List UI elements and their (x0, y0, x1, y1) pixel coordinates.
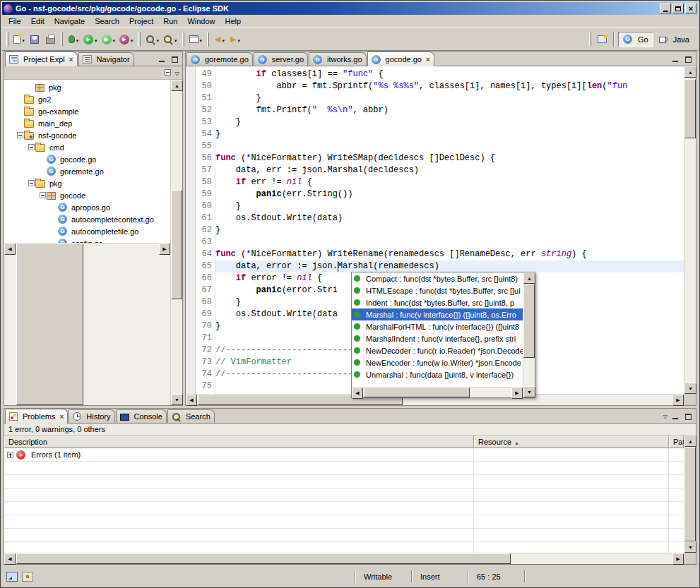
scrollbar-track[interactable] (684, 447, 696, 541)
editor-tab-itworks-go[interactable]: itworks.go (309, 52, 367, 66)
menu-run[interactable]: Run (158, 16, 182, 27)
editor-tab-gocode-go[interactable]: gocode.go (367, 52, 434, 66)
collapse-all-button[interactable] (165, 68, 171, 77)
tree-item-main-dep[interactable]: main_dep (4, 117, 170, 129)
code-line[interactable]: func (*NiceFormatter) WriteSMap(decldesc… (215, 152, 684, 164)
completion-item-newdecoder[interactable]: NewDecoder : func(r io.Reader) *json.Dec… (352, 344, 523, 356)
code-line[interactable]: if classes[i] == "func" { (215, 68, 684, 80)
scrollbar-track[interactable] (171, 91, 182, 394)
collapse-icon[interactable] (28, 144, 35, 150)
minimize-button[interactable] (660, 4, 671, 13)
annotation-ruler[interactable] (186, 66, 196, 394)
tree-item-apropos-go[interactable]: apropos.go (4, 201, 170, 213)
menu-edit[interactable]: Edit (26, 16, 49, 27)
completion-item-marshal[interactable]: Marshal : func(v interface{}) ([]uint8, … (352, 308, 523, 320)
minimize-view-button[interactable] (157, 54, 167, 63)
tree-item-pkg[interactable]: pkg (4, 81, 170, 93)
tree-item-cmd[interactable]: cmd (4, 141, 170, 153)
forward-button[interactable] (227, 31, 243, 48)
close-button[interactable] (685, 4, 696, 13)
view-tab-project-expl[interactable]: Project Expl (5, 52, 78, 66)
editor-tab-server-go[interactable]: server.go (254, 52, 308, 66)
view-tab-problems[interactable]: Problems (5, 409, 68, 424)
popup-horizontal-scrollbar[interactable] (352, 387, 523, 397)
popup-vertical-scrollbar[interactable] (523, 272, 535, 397)
view-menu-button[interactable] (175, 68, 179, 77)
scrollbar-track[interactable] (363, 388, 511, 397)
scrollbar-thumb[interactable] (16, 244, 83, 405)
view-tab-history[interactable]: History (69, 409, 114, 423)
scroll-up-button[interactable] (171, 80, 183, 91)
close-tab-icon[interactable] (59, 412, 64, 421)
save-button[interactable] (27, 31, 42, 48)
scrollbar-track[interactable] (16, 244, 159, 405)
scroll-left-button[interactable] (352, 388, 363, 399)
tree-vertical-scrollbar[interactable] (170, 80, 182, 405)
tree-item-nsf-gocode[interactable]: nsf-gocode (4, 129, 170, 141)
menu-file[interactable]: File (4, 16, 26, 27)
completion-item-htmlescape[interactable]: HTMLEscape : func(dst *bytes.Buffer, src… (352, 284, 523, 296)
back-button[interactable] (212, 31, 227, 48)
minimize-view-button[interactable] (670, 54, 680, 63)
tree-item-autocompletecontext-go[interactable]: autocompletecontext.go (4, 213, 170, 225)
tree-horizontal-scrollbar[interactable] (4, 243, 170, 405)
perspective-shortcut-icon[interactable] (22, 572, 33, 582)
editor-vertical-scrollbar[interactable] (684, 66, 696, 394)
completion-item-newencoder[interactable]: NewEncoder : func(w io.Writer) *json.Enc… (352, 356, 523, 368)
open-type-button[interactable] (143, 31, 162, 48)
completion-item-unmarshal[interactable]: Unmarshal : func(data []uint8, v interfa… (352, 368, 523, 380)
scroll-down-button[interactable] (684, 541, 696, 553)
code-line[interactable]: func (*NiceFormatter) WriteRename(rename… (215, 248, 684, 260)
print-button[interactable] (42, 31, 58, 48)
tree-item-gocode[interactable]: gocode (4, 189, 170, 201)
view-tab-search[interactable]: Search (167, 409, 215, 423)
run-last-button[interactable] (100, 31, 118, 48)
new-button[interactable] (11, 31, 27, 48)
maximize-button[interactable] (672, 4, 684, 13)
code-line[interactable] (215, 140, 684, 152)
code-line[interactable]: panic(err.String()) (215, 188, 684, 200)
search-button[interactable] (161, 31, 179, 48)
maximize-view-button[interactable] (683, 412, 693, 420)
debug-button[interactable] (66, 31, 81, 48)
menu-project[interactable]: Project (124, 16, 158, 27)
maximize-view-button[interactable] (683, 54, 693, 63)
menu-navigate[interactable]: Navigate (49, 16, 90, 27)
code-line[interactable] (215, 236, 684, 248)
fast-view-button[interactable] (6, 572, 18, 582)
column-header-path[interactable]: Path (669, 436, 684, 448)
task-list-button[interactable] (187, 31, 205, 48)
perspective-java-button[interactable]: Java (655, 32, 694, 47)
table-horizontal-scrollbar[interactable] (4, 553, 684, 564)
expand-icon[interactable] (7, 452, 13, 458)
run-button[interactable] (81, 31, 100, 48)
scroll-right-button[interactable] (159, 244, 170, 255)
completion-item-compact[interactable]: Compact : func(dst *bytes.Buffer, src []… (352, 272, 523, 284)
collapse-icon[interactable] (17, 132, 23, 138)
scroll-down-button[interactable] (523, 386, 535, 397)
code-line[interactable]: fmt.Printf(" %s\n", abbr) (215, 104, 684, 116)
scrollbar-track[interactable] (684, 78, 696, 383)
tree-item-config-go[interactable]: config.go (4, 237, 170, 243)
menu-help[interactable]: Help (220, 16, 247, 27)
column-header-description[interactable]: Description (4, 436, 474, 448)
menu-window[interactable]: Window (182, 16, 220, 27)
scroll-up-button[interactable] (523, 272, 535, 284)
code-line[interactable]: abbr = fmt.Sprintf("%s %s%s", classes[i]… (215, 80, 684, 92)
perspective-go-button[interactable]: Go (618, 32, 653, 47)
scrollbar-thumb[interactable] (523, 284, 535, 358)
code-line[interactable]: data, error := json.Marshal(renamedescs) (215, 260, 684, 272)
collapse-icon[interactable] (28, 180, 35, 186)
scrollbar-thumb[interactable] (684, 447, 696, 541)
maximize-view-button[interactable] (170, 54, 179, 63)
scrollbar-thumb[interactable] (171, 190, 182, 299)
scroll-up-button[interactable] (684, 66, 696, 78)
scroll-right-button[interactable] (672, 553, 684, 565)
view-tab-console[interactable]: Console (116, 409, 167, 423)
problems-row[interactable]: Errors (1 item) (4, 448, 684, 462)
open-perspective-button[interactable] (594, 31, 610, 48)
minimize-view-button[interactable] (670, 412, 680, 420)
tree-item-go-example[interactable]: go-example (4, 105, 170, 117)
close-tab-icon[interactable] (426, 55, 430, 64)
completion-item-indent[interactable]: Indent : func(dst *bytes.Buffer, src []u… (352, 296, 523, 308)
